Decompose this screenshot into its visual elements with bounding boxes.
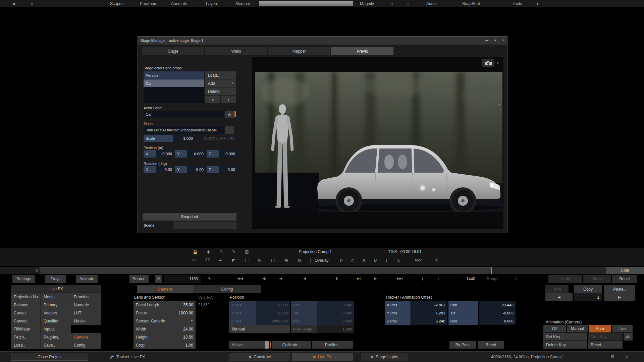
actors-load-button[interactable]: Load.. [205, 71, 236, 79]
toolbox-balance[interactable]: Balance [11, 301, 41, 309]
rot-y-field[interactable]: 0.00 [187, 166, 206, 173]
previs-viewport[interactable]: ▼ + [252, 57, 503, 229]
actor-label-input[interactable]: Car [144, 111, 224, 118]
toolbar-snapshot[interactable]: SnapShot [462, 1, 480, 6]
dialog-titlebar[interactable]: Stage Manager - active stage: Stage 1 [138, 37, 507, 45]
record-icon[interactable]: ◉ [207, 249, 210, 254]
mask-view-icon[interactable]: ▨ [298, 258, 302, 262]
redo-button[interactable]: Redo [583, 275, 611, 283]
goto-in-button[interactable]: ◀| [262, 277, 266, 280]
mon-button[interactable]: Mon [415, 258, 422, 262]
cam-ypos-value[interactable]: 0.000 [256, 309, 290, 317]
toolbar-memory[interactable]: Memory [235, 1, 250, 6]
toolbox-load[interactable]: Load.. [11, 341, 41, 349]
undo-button[interactable]: Undo [548, 275, 582, 283]
toolbox-plugins[interactable]: Plug-ins.. [41, 333, 71, 341]
rot-x-field[interactable]: 0.00 [156, 166, 174, 173]
annotate-pen-icon[interactable]: ✎ [232, 249, 235, 254]
dual-view-icon[interactable]: ◫ [271, 258, 275, 262]
all-button[interactable]: All [624, 333, 633, 341]
paste-button[interactable]: Paste.. [604, 285, 635, 293]
goto-start-button[interactable]: |◀◀ [237, 277, 243, 280]
list-item-person[interactable]: Person [144, 71, 204, 79]
play-reverse-button[interactable]: ◀ [303, 277, 306, 280]
toolbox-numeric[interactable]: Numeric [71, 301, 101, 309]
nav-next-button[interactable]: ▶ [604, 293, 635, 301]
anim-mode-manual[interactable]: Manual [567, 325, 588, 333]
toolbox-projection-no[interactable]: Projection No. [11, 293, 41, 301]
cycle-icon[interactable]: ↺↻ [205, 258, 210, 261]
set-key-button[interactable]: Set Key [543, 333, 587, 341]
current-frame-field[interactable]: 1153 [164, 275, 201, 283]
toolbox-vectors[interactable]: Vectors [41, 309, 71, 317]
toolbox-config[interactable]: Config [71, 341, 101, 349]
pause-button[interactable]: ‖ [336, 276, 338, 281]
sensor-height-field[interactable]: Height 13.50 [133, 333, 196, 341]
channel-g-button[interactable]: G [350, 257, 356, 264]
wrench-icon[interactable] [109, 354, 114, 360]
rot-z-field[interactable]: 0.00 [219, 166, 237, 173]
manual-button[interactable]: Manual [229, 325, 290, 333]
timeline-bar[interactable]: 0 1439 [0, 267, 644, 274]
cam-xpos-value[interactable]: 0.000 [256, 301, 290, 309]
trays-button[interactable]: Trays [45, 275, 66, 283]
actors-list[interactable]: Person Car [144, 71, 204, 103]
tracker-zpos-value[interactable]: 6.240 [411, 317, 447, 325]
toolbox-qualifier[interactable]: Qualifier [41, 317, 71, 325]
source-button[interactable]: Source [129, 275, 149, 283]
stage-lights-button[interactable]: Stage Lights [361, 352, 409, 361]
toolbar-layers[interactable]: Layers [206, 1, 218, 6]
toolbar-scopes[interactable]: Scopes [110, 1, 123, 6]
tracker-xpos-value[interactable]: -2.861 [411, 301, 447, 309]
actors-add-button[interactable]: Add ▼ [205, 79, 236, 87]
active-toggle[interactable]: Active [229, 341, 265, 349]
step-back-button[interactable]: |◀ [279, 277, 282, 280]
bypass-button[interactable]: By-Pass [449, 341, 476, 349]
cam-pan-value[interactable]: 0.000 [317, 301, 354, 309]
toolbox-masks[interactable]: Masks [71, 317, 101, 325]
lock-icon[interactable] [193, 250, 197, 256]
actor-label-a-button[interactable]: A [225, 111, 234, 118]
livefx-button[interactable]: Live FX [291, 352, 353, 361]
list-item-car[interactable]: Car [144, 79, 204, 87]
speaker-icon[interactable]: ◁) [514, 277, 517, 280]
trim-key-button[interactable]: Trim Key [588, 333, 623, 341]
toolbox-media[interactable]: Media [41, 293, 71, 301]
safe-area-icon[interactable]: ▢ [245, 258, 249, 262]
tab-walls[interactable]: Walls [205, 47, 267, 55]
tab-previs[interactable]: Previs [331, 47, 393, 55]
back-icon[interactable]: ◀ [12, 1, 15, 6]
tab-camera[interactable]: Camera [137, 285, 193, 293]
mesh-path-input[interactable]: ..ram Files\Assimilate\Settings\Models\C… [144, 126, 224, 134]
snapshot-button[interactable]: Snapshot [143, 213, 236, 221]
nav-prev-button[interactable]: ◀ [545, 293, 573, 301]
loop-icon[interactable]: ↻ [208, 276, 212, 282]
toolbox-lut[interactable]: LUT [71, 309, 101, 317]
next-page-icon[interactable]: › [626, 353, 628, 360]
toolbox-canvas[interactable]: Canvas [11, 317, 41, 325]
goto-end-button[interactable]: ▶▶| [397, 277, 403, 280]
channel-m-button[interactable]: M [372, 257, 379, 264]
grid-overlay-icon[interactable]: # [435, 258, 438, 262]
play-forward-button[interactable]: ▶| [357, 277, 361, 280]
range-button[interactable]: Range [487, 277, 498, 281]
toolbar-tools[interactable]: Tools [513, 1, 522, 6]
focus-field[interactable]: Focus 1000.00 [133, 309, 196, 317]
settings-gear-icon[interactable]: ⚙ [610, 354, 615, 359]
network-icon[interactable]: ⊕ [219, 249, 223, 254]
copy-button[interactable]: Copy [574, 285, 602, 293]
channels-icon[interactable]: ▥ [245, 249, 249, 254]
pos-x-field[interactable]: 0.000 [156, 150, 174, 158]
actor-move-down-button[interactable]: ∨ [221, 96, 236, 103]
settings-button[interactable]: Settings [12, 275, 35, 283]
dialog-maximize-icon[interactable]: ▲ [494, 38, 497, 42]
end-frame-label[interactable]: 1440 [466, 277, 475, 281]
sensor-dropdown[interactable]: Sensor: Generic ▼ [133, 317, 196, 325]
tab-stage[interactable]: Stage [142, 47, 204, 55]
toolbox-camera[interactable]: Camera [71, 333, 101, 341]
toolbox-fetch[interactable]: Fetch.. [11, 333, 41, 341]
minimize-icon[interactable]: — [625, 1, 629, 6]
anim-reset-button[interactable]: Reset [588, 341, 623, 349]
animate-button[interactable]: Animate [76, 275, 98, 283]
toolbox-framing[interactable]: Framing [71, 293, 101, 301]
